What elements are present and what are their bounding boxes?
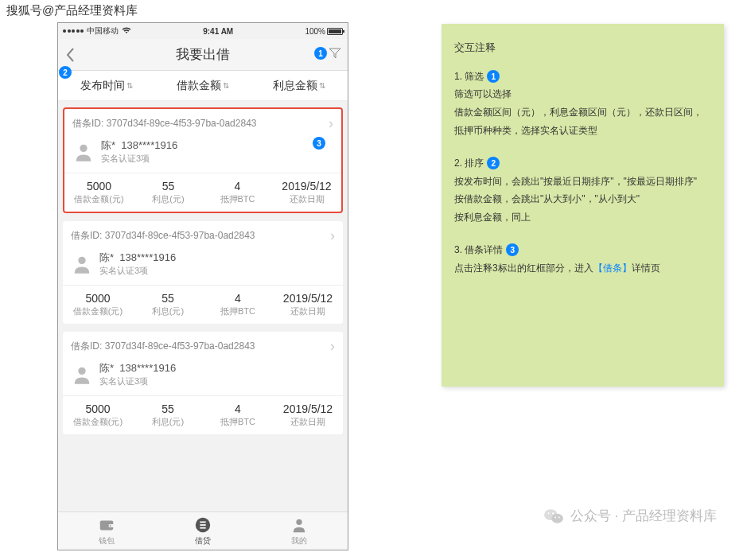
annotation-panel: 交互注释 1. 筛选1 筛选可以选择 借款金额区间（元），利息金额区间（元），还… <box>442 24 724 387</box>
user-phone: 138****1916 <box>121 139 177 151</box>
loan-id: 借条ID: 3707d34f-89ce-4f53-97ba-0ad2843 <box>72 117 257 130</box>
avatar-icon <box>72 141 95 163</box>
loan-card[interactable]: 借条ID: 3707d34f-89ce-4f53-97ba-0ad2843› 陈… <box>63 221 343 324</box>
svg-point-13 <box>547 512 549 514</box>
annotation-body-3: 点击注释3标出的红框部分，进入【借条】详情页 <box>454 259 711 278</box>
chevron-right-icon: › <box>330 228 335 244</box>
loan-list: 借条ID: 3707d34f-89ce-4f53-97ba-0ad2843 › … <box>58 101 348 449</box>
user-name: 陈* <box>101 139 115 151</box>
filter-button[interactable]: 1 <box>314 47 341 60</box>
loan-link[interactable]: 【借条】 <box>593 262 632 274</box>
annotation-body-2: 按发布时间，会跳出"按最近日期排序"，"按最远日期排序" 按借款金额，会跳出"从… <box>454 173 711 227</box>
svg-rect-7 <box>200 521 205 523</box>
loan-stats: 5000借款金额(元) 55利息(元) 4抵押BTC 2019/5/12还款日期 <box>64 173 341 212</box>
sort-bar: 2 发布时间⇅ 借款金额⇅ 利息金额⇅ <box>58 71 348 101</box>
nav-title: 我要出借 <box>58 45 348 64</box>
svg-point-15 <box>554 516 556 518</box>
svg-point-1 <box>78 256 85 263</box>
annotation-badge-2: 2 <box>59 66 72 79</box>
wallet-icon <box>98 516 115 534</box>
carrier-label: 中国移动 <box>87 25 119 37</box>
annotation-title: 交互注释 <box>454 38 711 58</box>
chevron-right-icon: › <box>329 115 333 132</box>
avatar-icon <box>71 253 93 275</box>
svg-point-5 <box>109 525 111 527</box>
signal-dots <box>63 29 84 33</box>
svg-rect-9 <box>200 527 205 528</box>
sort-interest[interactable]: 利息金额⇅ <box>251 79 348 93</box>
page-watermark: 搜狐号@产品经理资料库 <box>6 3 138 18</box>
wifi-icon <box>122 27 131 36</box>
user-auth: 实名认证3项 <box>101 153 177 165</box>
sort-publish-time[interactable]: 发布时间⇅ <box>58 79 154 93</box>
chevron-right-icon: › <box>330 338 335 355</box>
svg-point-0 <box>80 144 87 151</box>
svg-point-12 <box>551 513 563 523</box>
person-icon <box>290 516 308 534</box>
loan-card[interactable]: 借条ID: 3707d34f-89ce-4f53-97ba-0ad2843 › … <box>63 107 343 213</box>
time-label: 9:41 AM <box>203 27 233 36</box>
sort-loan-amount[interactable]: 借款金额⇅ <box>154 79 251 93</box>
avatar-icon <box>71 364 93 386</box>
svg-point-14 <box>552 512 554 514</box>
loan-id: 借条ID: 3707d34f-89ce-4f53-97ba-0ad2843 <box>71 229 255 243</box>
loan-id: 借条ID: 3707d34f-89ce-4f53-97ba-0ad2843 <box>71 340 255 353</box>
annotation-badge-1: 1 <box>314 47 327 60</box>
loan-icon <box>194 516 212 534</box>
nav-bar: 我要出借 1 <box>58 39 348 71</box>
tab-bar: 钱包 借贷 我的 <box>58 511 348 550</box>
annotation-badge-3: 3 <box>313 137 325 150</box>
phone-mockup: 中国移动 9:41 AM 100% 我要出借 1 2 发布时间⇅ 借款金额⇅ 利… <box>57 22 348 550</box>
svg-rect-8 <box>200 524 205 526</box>
svg-point-2 <box>78 367 85 374</box>
annotation-body-1: 筛选可以选择 借款金额区间（元），利息金额区间（元），还款日区间，抵押币种种类，… <box>454 85 711 139</box>
wechat-icon <box>543 508 564 525</box>
svg-point-16 <box>558 516 560 518</box>
loan-card[interactable]: 借条ID: 3707d34f-89ce-4f53-97ba-0ad2843› 陈… <box>63 332 343 434</box>
tab-wallet[interactable]: 钱包 <box>58 512 154 550</box>
tab-mine[interactable]: 我的 <box>251 512 348 550</box>
tab-loan[interactable]: 借贷 <box>154 512 251 550</box>
battery-indicator: 100% <box>305 27 343 36</box>
status-bar: 中国移动 9:41 AM 100% <box>58 23 348 39</box>
footer-watermark: 公众号 · 产品经理资料库 <box>543 507 717 525</box>
svg-point-10 <box>297 519 302 524</box>
